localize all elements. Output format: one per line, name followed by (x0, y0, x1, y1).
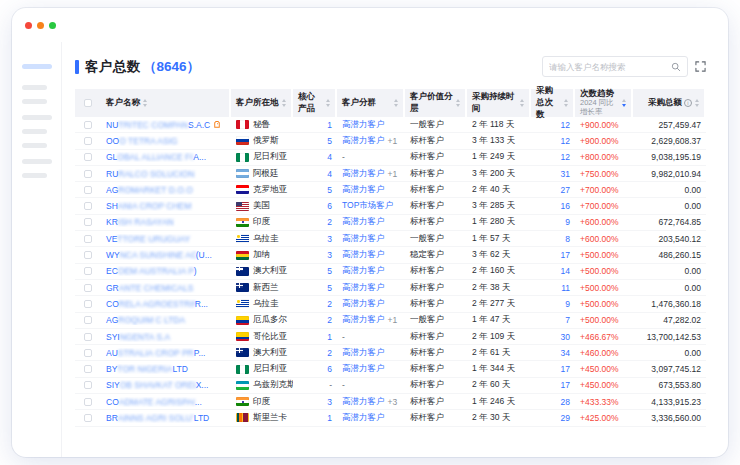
row-checkbox[interactable] (84, 398, 92, 406)
customer-name-link[interactable]: BY TOR NIGERIA LTD (101, 364, 231, 374)
customer-name-link[interactable]: RU RALCO SOLUCIONES S.A (101, 169, 231, 179)
row-checkbox[interactable] (84, 202, 92, 210)
product-value[interactable]: 2 (327, 315, 332, 325)
product-value[interactable]: 5 (327, 136, 332, 146)
segment-value[interactable]: 高潜力客户 (342, 168, 385, 180)
product-value[interactable]: 5 (327, 266, 332, 276)
product-value[interactable]: 5 (327, 283, 332, 293)
row-checkbox[interactable] (84, 365, 92, 373)
window-maximize-icon[interactable] (49, 22, 56, 29)
expand-icon[interactable] (695, 61, 706, 72)
product-value[interactable]: 2 (327, 299, 332, 309)
column-header-duration[interactable]: 采购持续时间 (467, 89, 531, 117)
customer-name-link[interactable]: GR ANTE CHEMICALS LIMITED (101, 283, 231, 293)
segment-value[interactable]: - (342, 332, 345, 342)
product-value[interactable]: 5 (327, 185, 332, 195)
customer-name-link[interactable]: NU TRITEC COMPAN S.A.C (101, 120, 231, 130)
info-icon[interactable]: i (684, 99, 692, 107)
segment-value[interactable]: 高潜力客户 (342, 363, 385, 375)
customer-name-link[interactable]: SYI NGENTA S.A (101, 332, 231, 342)
row-checkbox[interactable] (84, 235, 92, 243)
window-minimize-icon[interactable] (37, 22, 44, 29)
sort-icon[interactable] (326, 99, 330, 106)
customer-name-link[interactable]: BR AINNS AGRI SOLUTIONS PVT LTD (101, 413, 231, 423)
column-header-count[interactable]: 采购总次数 (531, 89, 575, 117)
column-header-name[interactable]: 客户名称 (101, 89, 231, 117)
segment-value[interactable]: - (342, 380, 345, 390)
product-value[interactable]: 4 (327, 169, 332, 179)
segment-value[interactable]: 高潜力客户 (342, 396, 385, 408)
column-header-tier[interactable]: 客户价值分层 (405, 89, 467, 117)
sort-icon[interactable] (394, 99, 398, 106)
segment-value[interactable]: 高潜力客户 (342, 265, 385, 277)
product-value[interactable]: 1 (327, 120, 332, 130)
segment-value[interactable]: 高潜力客户 (342, 135, 385, 147)
sort-icon[interactable] (564, 99, 568, 106)
product-value[interactable]: 4 (327, 152, 332, 162)
row-checkbox[interactable] (84, 349, 92, 357)
column-header-location[interactable]: 客户所在地 (231, 89, 293, 117)
customer-name-link[interactable]: EC OEM AUSTRALIA PTY LIMITED ) (101, 266, 231, 276)
sort-icon[interactable] (282, 99, 286, 106)
row-checkbox[interactable] (84, 267, 92, 275)
product-value[interactable]: 2 (327, 348, 332, 358)
row-checkbox[interactable] (84, 381, 92, 389)
customer-name-link[interactable]: WY NCA SUNSHINE AGRIC PRO (U... (101, 250, 231, 260)
segment-value[interactable]: 高潜力客户 (342, 298, 385, 310)
column-header-segment[interactable]: 客户分群 (337, 89, 405, 117)
search-input[interactable] (549, 62, 671, 72)
product-value[interactable]: 1 (327, 332, 332, 342)
row-checkbox[interactable] (84, 186, 92, 194)
row-checkbox[interactable] (84, 170, 92, 178)
customer-name-link[interactable]: GL OBAL ALLIANCE FOR CHEMIC A... (101, 152, 231, 162)
product-value[interactable]: 1 (327, 413, 332, 423)
product-value[interactable]: 3 (327, 397, 332, 407)
segment-value[interactable]: 高潜力客户 (342, 347, 385, 359)
customer-name-link[interactable]: OO O TETRA ASIG (101, 136, 231, 146)
row-checkbox[interactable] (84, 153, 92, 161)
column-header-trend[interactable]: 次数趋势2024 同比增长率 (575, 89, 633, 117)
customer-name-link[interactable]: CO ADMATE AGRISPACE PRIVATE ... (101, 397, 231, 407)
row-checkbox[interactable] (84, 137, 92, 145)
customer-name-link[interactable]: VE TTORE URUGUAY S.R.L (101, 234, 231, 244)
row-checkbox[interactable] (84, 316, 92, 324)
segment-value[interactable]: 高潜力客户 (342, 216, 385, 228)
sidebar-item-active[interactable] (22, 64, 52, 69)
sort-icon[interactable] (695, 99, 699, 106)
sort-icon[interactable] (456, 99, 460, 106)
customer-name-link[interactable]: KR ISH RASAYAN (101, 217, 231, 227)
segment-value[interactable]: - (342, 152, 345, 162)
row-checkbox[interactable] (84, 121, 92, 129)
row-checkbox[interactable] (84, 251, 92, 259)
customer-name-link[interactable]: CO RELA AGROESTRINA ALIANSO R... (101, 299, 231, 309)
product-value[interactable]: 2 (327, 217, 332, 227)
segment-value[interactable]: 高潜力客户 (342, 282, 385, 294)
sort-icon-active[interactable] (622, 99, 626, 106)
segment-value[interactable]: 高潜力客户 (342, 412, 385, 424)
column-header-amount[interactable]: 采购总额i (633, 89, 706, 117)
customer-name-link[interactable]: AU STRALIA CROP PROTECTION P... (101, 348, 231, 358)
product-value[interactable]: 3 (327, 250, 332, 260)
segment-value[interactable]: TOP市场客户 (342, 200, 393, 212)
customer-name-link[interactable]: SH ANIA CROP CHEM (101, 201, 231, 211)
segment-value[interactable]: 高潜力客户 (342, 184, 385, 196)
row-checkbox[interactable] (84, 300, 92, 308)
row-checkbox[interactable] (84, 284, 92, 292)
sort-icon[interactable] (143, 99, 147, 106)
customer-name-link[interactable]: AG ROMARKET D.O.O (101, 185, 231, 195)
row-checkbox[interactable] (84, 333, 92, 341)
row-checkbox[interactable] (84, 414, 92, 422)
sort-icon[interactable] (520, 99, 524, 106)
row-checkbox[interactable] (84, 218, 92, 226)
customer-name-link[interactable]: AG ROQUIM C LTDA (101, 315, 231, 325)
product-value[interactable]: 6 (327, 364, 332, 374)
customer-name-link[interactable]: SIY OB SHAVKAT OREL TERMIZIY X... (101, 380, 231, 390)
segment-value[interactable]: 高潜力客户 (342, 314, 385, 326)
search-icon[interactable] (671, 62, 681, 72)
segment-value[interactable]: 高潜力客户 (342, 249, 385, 261)
segment-value[interactable]: 高潜力客户 (342, 119, 385, 131)
column-header-product[interactable]: 核心产品 (293, 89, 337, 117)
select-all-checkbox[interactable] (84, 99, 92, 107)
product-value[interactable]: 6 (327, 201, 332, 211)
product-value[interactable]: 3 (327, 234, 332, 244)
